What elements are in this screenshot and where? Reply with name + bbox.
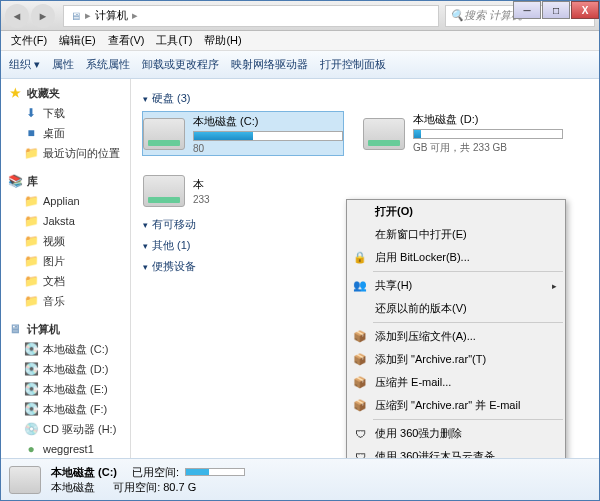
search-icon: 🔍: [450, 9, 464, 22]
drive-icon: [143, 175, 185, 207]
ctx-item-icon: 🛡: [352, 426, 368, 442]
cd-icon: 💿: [23, 421, 39, 437]
sidebar-item-cd-drive[interactable]: 💿CD 驱动器 (H:): [1, 419, 130, 439]
submenu-arrow-icon: ▸: [552, 281, 557, 291]
menu-tools[interactable]: 工具(T): [150, 31, 198, 50]
menu-edit[interactable]: 编辑(E): [53, 31, 102, 50]
ctx-item[interactable]: 打开(O): [347, 200, 565, 223]
toolbar-map-drive[interactable]: 映射网络驱动器: [231, 57, 308, 72]
ctx-item-icon: 👥: [352, 278, 368, 294]
toolbar: 组织 ▾ 属性 系统属性 卸载或更改程序 映射网络驱动器 打开控制面板: [1, 51, 599, 79]
status-type: 本地磁盘: [51, 480, 95, 495]
sidebar-item-pictures[interactable]: 📁图片: [1, 251, 130, 271]
toolbar-control-panel[interactable]: 打开控制面板: [320, 57, 386, 72]
menu-help[interactable]: 帮助(H): [198, 31, 247, 50]
ctx-item[interactable]: 🔒启用 BitLocker(B)...: [347, 246, 565, 269]
sidebar: ★收藏夹 ⬇下载 ■桌面 📁最近访问的位置 📚库 📁Applian 📁Jakst…: [1, 79, 131, 458]
sidebar-item-desktop[interactable]: ■桌面: [1, 123, 130, 143]
sidebar-item-drive-f[interactable]: 💽本地磁盘 (F:): [1, 399, 130, 419]
ctx-item[interactable]: 在新窗口中打开(E): [347, 223, 565, 246]
ctx-item[interactable]: 👥共享(H)▸: [347, 274, 565, 297]
drive-icon: 💽: [23, 401, 39, 417]
window-minimize[interactable]: ─: [513, 1, 541, 19]
group-harddisk[interactable]: ▾硬盘 (3): [143, 91, 587, 106]
collapse-icon: ▾: [143, 220, 148, 230]
ctx-item[interactable]: 📦压缩到 "Archive.rar" 并 E-mail: [347, 394, 565, 417]
sidebar-item-drive-e[interactable]: 💽本地磁盘 (E:): [1, 379, 130, 399]
drive-e[interactable]: 本 233: [143, 175, 343, 207]
sidebar-item-jaksta[interactable]: 📁Jaksta: [1, 211, 130, 231]
network-icon: ●: [23, 441, 39, 457]
folder-icon: 📁: [23, 213, 39, 229]
sidebar-item-recent[interactable]: 📁最近访问的位置: [1, 143, 130, 163]
drive-usage-bar: [413, 129, 563, 139]
drive-subtext: 233: [193, 194, 343, 205]
ctx-item-label: 使用 360强力删除: [375, 426, 462, 441]
sidebar-computer-header[interactable]: 🖥计算机: [1, 319, 130, 339]
desktop-icon: ■: [23, 125, 39, 141]
ctx-item-label: 打开(O): [375, 204, 413, 219]
menu-view[interactable]: 查看(V): [102, 31, 151, 50]
nav-forward-button[interactable]: ►: [31, 4, 55, 28]
ctx-item[interactable]: 还原以前的版本(V): [347, 297, 565, 320]
menu-file[interactable]: 文件(F): [5, 31, 53, 50]
sidebar-item-music[interactable]: 📁音乐: [1, 291, 130, 311]
sidebar-item-drive-d[interactable]: 💽本地磁盘 (D:): [1, 359, 130, 379]
window-close[interactable]: X: [571, 1, 599, 19]
ctx-item-label: 添加到 "Archive.rar"(T): [375, 352, 486, 367]
nav-back-button[interactable]: ◄: [5, 4, 29, 28]
ctx-item[interactable]: 📦添加到压缩文件(A)...: [347, 325, 565, 348]
sidebar-item-applian[interactable]: 📁Applian: [1, 191, 130, 211]
drive-icon: [363, 118, 405, 150]
sidebar-item-drive-c[interactable]: 💽本地磁盘 (C:): [1, 339, 130, 359]
ctx-item[interactable]: 📦压缩并 E-mail...: [347, 371, 565, 394]
sidebar-favorites-header[interactable]: ★收藏夹: [1, 83, 130, 103]
status-free-label: 可用空间: 80.7 G: [113, 480, 196, 495]
download-icon: ⬇: [23, 105, 39, 121]
sidebar-item-weggrest1[interactable]: ●weggrest1: [1, 439, 130, 458]
path-segment[interactable]: 计算机: [95, 8, 128, 23]
toolbar-system-properties[interactable]: 系统属性: [86, 57, 130, 72]
drive-c[interactable]: 本地磁盘 (C:) 80: [143, 112, 343, 155]
menubar: 文件(F) 编辑(E) 查看(V) 工具(T) 帮助(H): [1, 31, 599, 51]
sidebar-item-documents[interactable]: 📁文档: [1, 271, 130, 291]
collapse-icon: ▾: [143, 94, 148, 104]
address-bar[interactable]: 🖥 ▸ 计算机 ▸: [63, 5, 439, 27]
content-pane: ▾硬盘 (3) 本地磁盘 (C:) 80 本地磁盘 (D:) GB 可用，: [131, 79, 599, 458]
drive-icon: 💽: [23, 361, 39, 377]
window-maximize[interactable]: □: [542, 1, 570, 19]
titlebar: ◄ ► 🖥 ▸ 计算机 ▸ 🔍 搜索 计算机: [1, 1, 599, 31]
status-usage-bar: [185, 468, 245, 476]
ctx-item-label: 在新窗口中打开(E): [375, 227, 467, 242]
status-bar: 本地磁盘 (C:) 已用空间: 本地磁盘 可用空间: 80.7 G: [1, 458, 599, 500]
toolbar-organize[interactable]: 组织 ▾: [9, 57, 40, 72]
ctx-item-label: 启用 BitLocker(B)...: [375, 250, 470, 265]
folder-icon: 📁: [23, 193, 39, 209]
drive-label: 本地磁盘 (C:): [193, 114, 343, 129]
drive-icon: [143, 118, 185, 150]
sidebar-item-videos[interactable]: 📁视频: [1, 231, 130, 251]
status-used-label: 已用空间:: [132, 465, 179, 480]
ctx-item[interactable]: 📦添加到 "Archive.rar"(T): [347, 348, 565, 371]
drive-label: 本: [193, 177, 343, 192]
toolbar-properties[interactable]: 属性: [52, 57, 74, 72]
ctx-item[interactable]: 🛡使用 360进行木马云查杀: [347, 445, 565, 458]
ctx-item-icon: 🛡: [352, 449, 368, 459]
sidebar-item-downloads[interactable]: ⬇下载: [1, 103, 130, 123]
collapse-icon: ▾: [143, 262, 148, 272]
drive-icon: 💽: [23, 341, 39, 357]
ctx-item-icon: 📦: [352, 375, 368, 391]
ctx-item-label: 共享(H): [375, 278, 412, 293]
context-menu: 打开(O)在新窗口中打开(E)🔒启用 BitLocker(B)...👥共享(H)…: [346, 199, 566, 458]
music-icon: 📁: [23, 293, 39, 309]
ctx-item[interactable]: 🛡使用 360强力删除: [347, 422, 565, 445]
ctx-item-icon: 🔒: [352, 250, 368, 266]
ctx-item-icon: 📦: [352, 352, 368, 368]
toolbar-uninstall[interactable]: 卸载或更改程序: [142, 57, 219, 72]
ctx-item-icon: 📦: [352, 329, 368, 345]
computer-icon: 🖥: [7, 321, 23, 337]
drive-subtext: 80: [193, 143, 343, 154]
drive-d[interactable]: 本地磁盘 (D:) GB 可用，共 233 GB: [363, 112, 563, 155]
path-sep-icon: ▸: [132, 9, 138, 22]
sidebar-libraries-header[interactable]: 📚库: [1, 171, 130, 191]
